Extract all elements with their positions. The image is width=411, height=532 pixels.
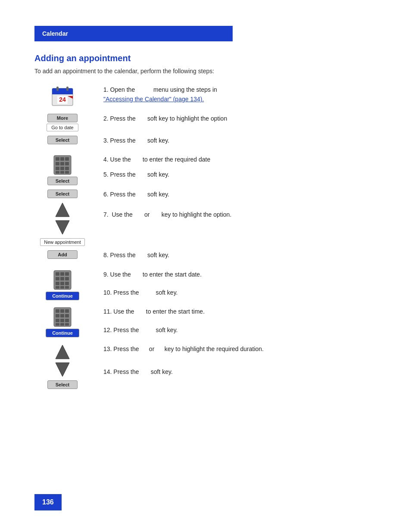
step11-text: 11. Use the to enter the start time. <box>103 307 377 316</box>
select-button-3[interactable]: Select <box>47 190 78 198</box>
step12-text: 12. Press the soft key. <box>103 325 377 335</box>
svg-rect-35 <box>65 286 69 289</box>
step910-left: Continue <box>34 270 90 307</box>
svg-rect-12 <box>56 162 59 165</box>
svg-rect-3 <box>56 87 59 91</box>
svg-rect-40 <box>56 314 59 317</box>
svg-rect-4 <box>66 87 68 91</box>
step3-text: 3. Press the soft key. <box>103 136 377 145</box>
nav-up-icon <box>55 202 70 218</box>
svg-rect-30 <box>56 282 59 285</box>
step67-right: 6. Press the soft key. 7. Use the or key… <box>90 190 377 250</box>
step14-text: 14. Press the soft key. <box>103 367 377 376</box>
step2-left: More Go to date <box>34 114 90 136</box>
svg-rect-9 <box>56 157 59 161</box>
svg-rect-16 <box>60 167 64 170</box>
more-button[interactable]: More <box>47 114 78 122</box>
svg-rect-20 <box>65 171 69 174</box>
svg-rect-46 <box>56 323 59 326</box>
svg-rect-27 <box>56 277 59 280</box>
step8-text: 8. Press the soft key. <box>103 250 377 260</box>
svg-rect-13 <box>60 162 64 165</box>
step4-text: 4. Use the to enter the required date <box>103 155 377 164</box>
svg-rect-15 <box>56 167 59 170</box>
svg-rect-47 <box>60 323 64 326</box>
step3-right: 3. Press the soft key. <box>90 136 377 155</box>
svg-rect-26 <box>65 272 69 276</box>
step1-num: 1. <box>103 86 110 93</box>
svg-marker-50 <box>56 363 69 376</box>
select-button-4[interactable]: Select <box>47 380 78 389</box>
nav-up-icon-2 <box>55 344 70 360</box>
svg-rect-24 <box>56 272 59 276</box>
calendar-link[interactable]: "Accessing the Calendar" (page 134). <box>103 96 204 103</box>
step8-left: Add <box>34 250 90 269</box>
svg-rect-48 <box>65 323 69 326</box>
step2-text: 2. Press the soft key to highlight the o… <box>103 114 377 123</box>
keypad-icon-3 <box>53 307 72 327</box>
step3-left: Select <box>34 136 90 155</box>
continue-button-1[interactable]: Continue <box>46 292 79 300</box>
step1112-right: 11. Use the to enter the start time. 12.… <box>90 307 377 344</box>
keypad-icon-2 <box>53 270 72 290</box>
svg-rect-34 <box>60 286 64 289</box>
svg-rect-33 <box>56 286 59 289</box>
intro-text: To add an appointment to the calendar, p… <box>34 68 377 75</box>
svg-rect-19 <box>60 171 64 174</box>
svg-rect-25 <box>60 272 64 276</box>
svg-rect-45 <box>65 319 69 322</box>
step45-right: 4. Use the to enter the required date 5.… <box>90 155 377 190</box>
svg-rect-14 <box>65 162 69 165</box>
step9-text: 9. Use the to enter the start date. <box>103 270 377 279</box>
svg-rect-44 <box>60 319 64 322</box>
steps-grid: 24 1. Open the menu using the steps in "… <box>34 85 377 393</box>
svg-rect-39 <box>65 309 69 313</box>
step6-text: 6. Press the soft key. <box>103 190 377 199</box>
step45-left: Select <box>34 155 90 190</box>
svg-marker-21 <box>56 203 69 217</box>
step910-right: 9. Use the to enter the start date. 10. … <box>90 270 377 307</box>
step1112-left: Continue <box>34 307 90 344</box>
step7-text: 7. Use the or key to highlight the optio… <box>103 210 377 219</box>
step67-left: Select New appointment <box>34 190 90 250</box>
svg-rect-17 <box>65 167 69 170</box>
svg-rect-10 <box>60 157 64 161</box>
step8-right: 8. Press the soft key. <box>90 250 377 269</box>
page-number: 136 <box>34 494 62 510</box>
step10-text: 10. Press the soft key. <box>103 288 377 297</box>
svg-rect-29 <box>65 277 69 280</box>
continue-button-2[interactable]: Continue <box>46 329 79 337</box>
step1-right: 1. Open the menu using the steps in "Acc… <box>90 85 377 114</box>
svg-rect-31 <box>60 282 64 285</box>
goto-button[interactable]: Go to date <box>47 124 78 131</box>
nav-down-icon <box>55 220 70 235</box>
step1314-left: Select <box>34 344 90 393</box>
add-button[interactable]: Add <box>47 250 78 259</box>
svg-marker-22 <box>56 221 69 234</box>
svg-text:24: 24 <box>59 96 66 103</box>
keypad-icon-1 <box>53 155 72 175</box>
step1-left: 24 <box>34 85 90 114</box>
section-title: Adding an appointment <box>34 53 377 63</box>
step13-text: 13. Press the or key to highlight the re… <box>103 344 377 354</box>
nav-down-icon-2 <box>55 362 70 377</box>
step5-text: 5. Press the soft key. <box>103 170 377 179</box>
svg-marker-49 <box>56 345 69 359</box>
svg-rect-32 <box>65 282 69 285</box>
svg-rect-37 <box>56 309 59 313</box>
new-appointment-label: New appointment <box>40 238 85 246</box>
svg-rect-11 <box>65 157 69 161</box>
svg-rect-2 <box>52 93 73 94</box>
header-title: Calendar <box>42 30 68 37</box>
select-button-1[interactable]: Select <box>47 136 78 144</box>
step1-text: 1. Open the menu using the steps in "Acc… <box>103 85 377 104</box>
svg-rect-38 <box>60 309 64 313</box>
step2-right: 2. Press the soft key to highlight the o… <box>90 114 377 136</box>
calendar-icon: 24 <box>51 85 74 107</box>
svg-rect-42 <box>65 314 69 317</box>
svg-rect-41 <box>60 314 64 317</box>
svg-rect-43 <box>56 319 59 322</box>
step1314-right: 13. Press the or key to highlight the re… <box>90 344 377 393</box>
select-button-2[interactable]: Select <box>47 177 78 185</box>
svg-rect-18 <box>56 171 59 174</box>
